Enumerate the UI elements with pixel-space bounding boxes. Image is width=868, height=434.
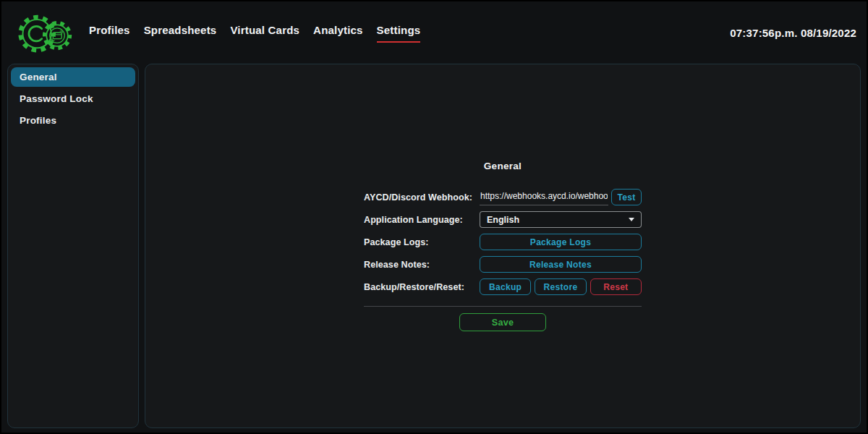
header: Profiles Spreadsheets Virtual Cards Anal… bbox=[1, 1, 867, 64]
nav-settings[interactable]: Settings bbox=[377, 24, 421, 43]
chevron-down-icon bbox=[629, 218, 634, 221]
package-logs-row: Package Logs: Package Logs bbox=[364, 234, 642, 250]
page-title: General bbox=[364, 161, 642, 171]
main-nav: Profiles Spreadsheets Virtual Cards Anal… bbox=[89, 24, 420, 43]
backup-restore-reset-row: Backup/Restore/Reset: Backup Restore Res… bbox=[364, 278, 642, 295]
sidebar-item-password-lock[interactable]: Password Lock bbox=[11, 89, 135, 109]
webhook-row: AYCD/Discord Webhook: Test bbox=[364, 189, 642, 205]
nav-spreadsheets[interactable]: Spreadsheets bbox=[144, 24, 217, 43]
general-settings-form: General AYCD/Discord Webhook: Test Appli… bbox=[364, 64, 642, 331]
restore-button[interactable]: Restore bbox=[535, 278, 586, 295]
sidebar-item-general[interactable]: General bbox=[11, 67, 135, 87]
gears-logo-icon bbox=[14, 7, 74, 59]
release-notes-row: Release Notes: Release Notes bbox=[364, 256, 642, 273]
webhook-label: AYCD/Discord Webhook: bbox=[364, 192, 480, 203]
body: General Password Lock Profiles General A… bbox=[1, 64, 867, 433]
divider bbox=[364, 306, 642, 307]
settings-content-panel: General AYCD/Discord Webhook: Test Appli… bbox=[145, 64, 861, 428]
nav-virtual-cards[interactable]: Virtual Cards bbox=[230, 24, 299, 43]
language-select[interactable]: English bbox=[480, 211, 642, 228]
package-logs-button[interactable]: Package Logs bbox=[480, 234, 642, 250]
save-button[interactable]: Save bbox=[459, 313, 546, 331]
language-select-value: English bbox=[487, 215, 629, 225]
release-notes-label: Release Notes: bbox=[364, 260, 480, 270]
backup-restore-reset-label: Backup/Restore/Reset: bbox=[364, 282, 480, 292]
backup-button[interactable]: Backup bbox=[480, 278, 531, 295]
clock: 07:37:56p.m. 08/19/2022 bbox=[730, 27, 856, 39]
nav-analytics[interactable]: Analytics bbox=[313, 24, 363, 43]
language-row: Application Language: English bbox=[364, 211, 642, 228]
release-notes-button[interactable]: Release Notes bbox=[480, 256, 642, 273]
webhook-input[interactable] bbox=[480, 190, 608, 205]
sidebar-item-profiles[interactable]: Profiles bbox=[11, 111, 135, 130]
app-window: Profiles Spreadsheets Virtual Cards Anal… bbox=[1, 1, 867, 433]
nav-profiles[interactable]: Profiles bbox=[89, 24, 130, 43]
package-logs-label: Package Logs: bbox=[364, 237, 480, 247]
language-label: Application Language: bbox=[364, 215, 480, 225]
reset-button[interactable]: Reset bbox=[590, 278, 642, 295]
settings-sidebar: General Password Lock Profiles bbox=[7, 64, 139, 428]
webhook-test-button[interactable]: Test bbox=[611, 189, 642, 205]
